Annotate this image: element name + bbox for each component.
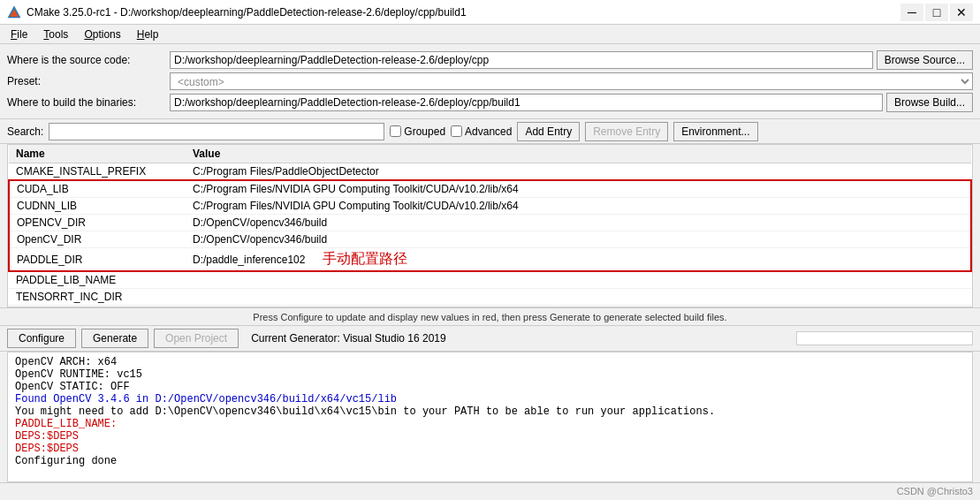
entry-name: TENSORRT_INC_DIR: [9, 289, 186, 306]
entry-value: [186, 271, 971, 289]
menu-tools[interactable]: Tools: [36, 27, 75, 42]
log-output[interactable]: OpenCV ARCH: x64OpenCV RUNTIME: vc15Open…: [7, 352, 973, 482]
table-row[interactable]: PADDLE_LIB_NAME: [9, 271, 971, 289]
advanced-checkbox[interactable]: [451, 125, 462, 137]
browse-build-button[interactable]: Browse Build...: [886, 93, 973, 112]
table-wrapper: Name Value CMAKE_INSTALL_PREFIXC:/Progra…: [0, 144, 980, 307]
menu-bar: File Tools Options Help: [0, 25, 980, 44]
form-section: Where is the source code: Browse Source.…: [0, 44, 980, 119]
bottom-buttons-bar: Configure Generate Open Project Current …: [0, 325, 980, 352]
maximize-button[interactable]: □: [925, 4, 948, 21]
entry-name: CUDA_LIB: [9, 180, 186, 198]
menu-help[interactable]: Help: [130, 27, 166, 42]
entry-name: CMAKE_INSTALL_PREFIX: [9, 163, 186, 181]
col-header-name: Name: [9, 145, 186, 163]
annotation-text: 手动配置路径: [323, 251, 407, 266]
table-row[interactable]: CUDA_LIBC:/Program Files/NVIDIA GPU Comp…: [9, 180, 971, 198]
configure-button[interactable]: Configure: [7, 329, 76, 348]
entry-name: PADDLE_DIR: [9, 248, 186, 272]
build-label: Where to build the binaries:: [7, 96, 166, 109]
log-line: Found OpenCV 3.4.6 in D:/OpenCV/opencv34…: [15, 393, 965, 405]
log-line: PADDLE_LIB_NAME:: [15, 418, 965, 430]
log-line: You might need to add D:\OpenCV\opencv34…: [15, 405, 965, 418]
log-section: OpenCV ARCH: x64OpenCV RUNTIME: vc15Open…: [0, 352, 980, 482]
progress-bar: [796, 331, 973, 345]
grouped-checkbox[interactable]: [390, 125, 401, 137]
advanced-checkbox-group: Advanced: [451, 125, 512, 138]
table-row[interactable]: OPENCV_DIRD:/OpenCV/opencv346/build: [9, 215, 971, 231]
progress-area: [452, 331, 973, 345]
search-label: Search:: [7, 125, 43, 138]
log-line: OpenCV ARCH: x64: [15, 356, 965, 368]
table-row[interactable]: OpenCV_DIRD:/OpenCV/opencv346/build: [9, 231, 971, 248]
generator-text: Current Generator: Visual Studio 16 2019: [251, 332, 446, 345]
minimize-button[interactable]: ─: [900, 4, 923, 21]
source-input[interactable]: [170, 51, 873, 69]
menu-options[interactable]: Options: [77, 27, 127, 42]
preset-row: Preset: <custom>: [7, 72, 973, 90]
entry-name: TENSORRT_LIB_DIR: [9, 306, 186, 308]
entry-value: C:/Program Files/PaddleObjectDetector: [186, 163, 971, 181]
preset-select[interactable]: <custom>: [170, 72, 973, 90]
log-line: DEPS:$DEPS: [15, 443, 965, 455]
browse-source-button[interactable]: Browse Source...: [877, 50, 973, 70]
search-toolbar: Search: Grouped Advanced Add Entry Remov…: [0, 119, 980, 144]
entry-name: CUDNN_LIB: [9, 198, 186, 215]
log-line: DEPS:$DEPS: [15, 430, 965, 443]
log-line: OpenCV STATIC: OFF: [15, 381, 965, 393]
log-line: OpenCV RUNTIME: vc15: [15, 368, 965, 381]
entry-value: D:/OpenCV/opencv346/build: [186, 231, 971, 248]
source-row: Where is the source code: Browse Source.…: [7, 50, 973, 70]
entry-value: C:/Program Files/NVIDIA GPU Computing To…: [186, 180, 971, 198]
col-header-value: Value: [186, 145, 971, 163]
window-title: CMake 3.25.0-rc1 - D:/workshop/deeplearn…: [27, 6, 467, 19]
table-row[interactable]: TENSORRT_LIB_DIR: [9, 306, 971, 308]
environment-button[interactable]: Environment...: [673, 122, 757, 141]
entry-value: [186, 289, 971, 306]
entry-value: [186, 306, 971, 308]
entry-name: OpenCV_DIR: [9, 231, 186, 248]
grouped-checkbox-group: Grouped: [390, 125, 445, 138]
source-label: Where is the source code:: [7, 54, 166, 66]
table-row[interactable]: PADDLE_DIRD:/paddle_inference102手动配置路径: [9, 248, 971, 272]
grouped-label: Grouped: [404, 125, 445, 138]
open-project-button[interactable]: Open Project: [154, 329, 239, 348]
build-row: Where to build the binaries: Browse Buil…: [7, 93, 973, 112]
entry-name: PADDLE_LIB_NAME: [9, 271, 186, 289]
watermark: CSDN @Christo3: [897, 486, 973, 496]
window-controls: ─ □ ✕: [900, 4, 973, 21]
entry-value: D:/OpenCV/opencv346/build: [186, 215, 971, 231]
entries-table-container[interactable]: Name Value CMAKE_INSTALL_PREFIXC:/Progra…: [7, 144, 973, 307]
remove-entry-button[interactable]: Remove Entry: [585, 122, 668, 141]
generate-button[interactable]: Generate: [81, 329, 148, 348]
advanced-label: Advanced: [465, 125, 512, 138]
add-entry-button[interactable]: Add Entry: [517, 122, 580, 141]
build-input[interactable]: [170, 94, 883, 111]
entry-value: D:/paddle_inference102手动配置路径: [186, 248, 971, 272]
table-row[interactable]: TENSORRT_INC_DIR: [9, 289, 971, 306]
title-bar: CMake 3.25.0-rc1 - D:/workshop/deeplearn…: [0, 0, 980, 25]
log-line: Configuring done: [15, 455, 965, 467]
status-message: Press Configure to update and display ne…: [0, 307, 980, 325]
preset-label: Preset:: [7, 75, 166, 87]
menu-file[interactable]: File: [4, 27, 34, 42]
table-row[interactable]: CUDNN_LIBC:/Program Files/NVIDIA GPU Com…: [9, 198, 971, 215]
entry-value: C:/Program Files/NVIDIA GPU Computing To…: [186, 198, 971, 215]
cmake-icon: [7, 5, 21, 19]
entries-table: Name Value CMAKE_INSTALL_PREFIXC:/Progra…: [8, 145, 972, 307]
close-button[interactable]: ✕: [950, 4, 973, 21]
table-row[interactable]: CMAKE_INSTALL_PREFIXC:/Program Files/Pad…: [9, 163, 971, 181]
entry-name: OPENCV_DIR: [9, 215, 186, 231]
search-input[interactable]: [49, 123, 384, 140]
